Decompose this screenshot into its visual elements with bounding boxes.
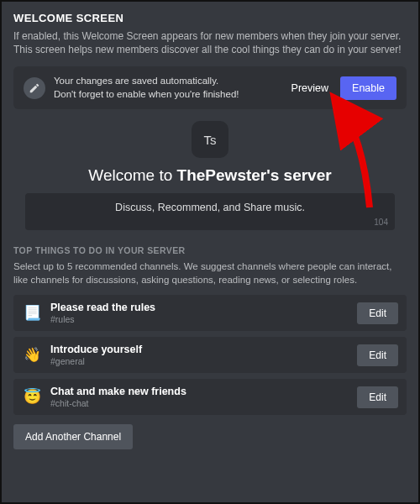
top-things-heading: TOP THINGS TO DO IN YOUR SERVER <box>13 245 407 255</box>
save-banner-line2: Don't forget to enable when you're finis… <box>54 88 278 102</box>
rules-emoji-icon: 📃 <box>22 303 42 323</box>
page-title: WELCOME SCREEN <box>13 12 407 24</box>
halo-emoji-icon: 😇 <box>22 387 42 407</box>
channel-row: 📃 Please read the rules #rules Edit <box>13 295 407 331</box>
channel-row: 👋 Introduce yourself #general Edit <box>13 337 407 373</box>
channel-title: Chat and make new friends <box>50 386 349 398</box>
channel-name: #general <box>50 356 349 366</box>
server-description-value: Discuss, Recommend, and Share music. <box>115 202 305 213</box>
server-name: ThePewster's server <box>177 166 332 184</box>
server-description-input[interactable]: Discuss, Recommend, and Share music. 104 <box>25 193 395 230</box>
channel-row: 😇 Chat and make new friends #chit-chat E… <box>13 379 407 415</box>
save-banner-text: Your changes are saved automatically. Do… <box>54 75 278 101</box>
char-count: 104 <box>374 218 388 227</box>
top-things-subheading: Select up to 5 recommended channels. We … <box>13 260 407 286</box>
save-banner-line1: Your changes are saved automatically. <box>54 75 278 88</box>
add-channel-button[interactable]: Add Another Channel <box>13 424 133 449</box>
edit-button[interactable]: Edit <box>357 386 398 408</box>
server-icon: Ts <box>192 121 228 158</box>
channel-name: #rules <box>50 314 349 324</box>
enable-button[interactable]: Enable <box>340 76 396 100</box>
preview-button[interactable]: Preview <box>286 77 333 99</box>
welcome-heading: Welcome to ThePewster's server <box>13 166 407 185</box>
channel-title: Introduce yourself <box>50 344 349 356</box>
pencil-icon <box>24 77 45 99</box>
save-banner: Your changes are saved automatically. Do… <box>13 66 407 109</box>
channel-name: #chit-chat <box>50 398 349 408</box>
edit-button[interactable]: Edit <box>357 302 398 324</box>
edit-button[interactable]: Edit <box>357 344 398 366</box>
page-description: If enabled, this Welcome Screen appears … <box>13 29 407 56</box>
wave-emoji-icon: 👋 <box>22 345 42 365</box>
welcome-prefix: Welcome to <box>88 166 176 184</box>
channel-title: Please read the rules <box>50 302 349 314</box>
